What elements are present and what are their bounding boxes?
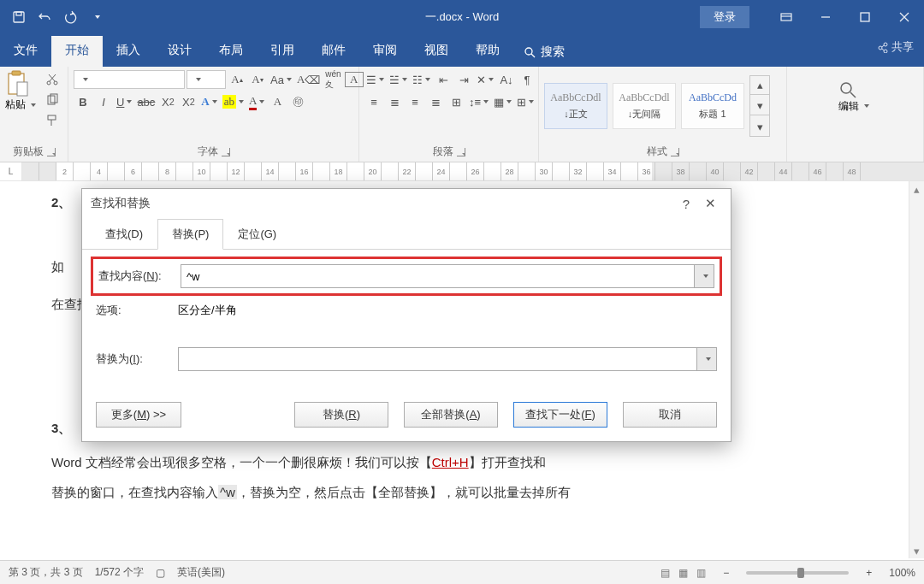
login-button[interactable]: 登录 (700, 6, 749, 28)
print-layout-icon[interactable]: ▦ (678, 567, 688, 579)
char-shading-icon[interactable]: A (268, 92, 287, 111)
spell-check-icon[interactable]: ▢ (156, 567, 165, 579)
page-indicator[interactable]: 第 3 页，共 3 页 (9, 565, 83, 580)
zoom-in-icon[interactable]: + (861, 567, 877, 579)
replace-button[interactable]: 替换(R) (294, 402, 388, 428)
read-mode-icon[interactable]: ▤ (660, 567, 670, 579)
tab-mail[interactable]: 邮件 (308, 36, 359, 67)
paste-button[interactable]: 粘贴 (5, 70, 39, 125)
web-layout-icon[interactable]: ▥ (696, 567, 706, 579)
shrink-font-icon[interactable]: A▾ (248, 70, 267, 89)
close-icon[interactable] (885, 0, 924, 34)
tab-file[interactable]: 文件 (0, 36, 51, 67)
find-what-input[interactable] (181, 264, 694, 288)
zoom-level[interactable]: 100% (889, 567, 915, 579)
distribute-icon[interactable]: ⊞ (447, 92, 465, 111)
dialog-tab-replace[interactable]: 替换(P) (157, 219, 223, 250)
borders-icon[interactable]: ⊞ (515, 92, 536, 111)
tell-me-search[interactable]: 搜索 (513, 38, 575, 67)
tab-home[interactable]: 开始 (51, 36, 103, 67)
styles-launcher-icon[interactable] (671, 148, 679, 156)
zoom-out-icon[interactable]: − (718, 567, 734, 579)
styles-scroll-up-icon[interactable]: ▴ (750, 76, 769, 95)
tab-help[interactable]: 帮助 (462, 36, 513, 67)
dialog-help-icon[interactable]: ? (674, 197, 698, 211)
text-effects-icon[interactable]: A (199, 92, 218, 111)
find-next-button[interactable]: 查找下一处(F) (513, 402, 607, 428)
justify-icon[interactable]: ≣ (426, 92, 445, 111)
tab-selector[interactable]: L (0, 162, 22, 180)
bold-icon[interactable]: B (74, 92, 92, 111)
replace-with-input[interactable] (178, 347, 696, 371)
save-icon[interactable] (9, 7, 29, 27)
multilevel-icon[interactable]: ☷ (411, 70, 432, 89)
dialog-tab-find[interactable]: 查找(D) (91, 219, 157, 250)
editing-button[interactable]: 编辑 (838, 80, 873, 135)
font-color-icon[interactable]: A (247, 92, 266, 111)
highlight-icon[interactable]: ab (221, 92, 246, 111)
dialog-close-icon[interactable]: ✕ (698, 196, 722, 211)
style-heading1[interactable]: AaBbCcDd标题 1 (681, 83, 744, 129)
numbering-icon[interactable]: ☱ (388, 70, 409, 89)
strikethrough-icon[interactable]: abc (135, 92, 157, 111)
show-marks-icon[interactable]: ¶ (518, 70, 536, 89)
ribbon-display-icon[interactable] (767, 0, 806, 34)
align-center-icon[interactable]: ≣ (385, 92, 404, 111)
clear-format-icon[interactable]: A⌫ (295, 70, 322, 89)
bullets-icon[interactable]: ☰ (364, 70, 386, 89)
tab-design[interactable]: 设计 (154, 36, 205, 67)
vertical-scrollbar[interactable]: ▴ ▾ (909, 181, 924, 558)
replace-with-dropdown-icon[interactable] (696, 347, 717, 371)
tab-layout[interactable]: 布局 (205, 36, 257, 67)
shading-icon[interactable]: ▦ (492, 92, 513, 111)
paragraph-launcher-icon[interactable] (457, 148, 465, 156)
zoom-slider[interactable] (746, 571, 849, 575)
font-name-combo[interactable] (74, 70, 185, 89)
language-indicator[interactable]: 英语(美国) (177, 565, 225, 580)
style-no-spacing[interactable]: AaBbCcDdl↓无间隔 (613, 83, 676, 129)
cut-icon[interactable] (43, 70, 62, 89)
align-left-icon[interactable]: ≡ (364, 92, 383, 111)
scroll-down-icon[interactable]: ▾ (909, 543, 924, 558)
qat-customize-icon[interactable] (86, 7, 106, 27)
font-launcher-icon[interactable] (222, 148, 230, 156)
line-spacing-icon[interactable]: ↕≡ (467, 92, 490, 111)
dialog-tab-goto[interactable]: 定位(G) (223, 219, 291, 250)
tab-view[interactable]: 视图 (411, 36, 462, 67)
increase-indent-icon[interactable]: ⇥ (454, 70, 473, 89)
more-button[interactable]: 更多(M) >> (96, 402, 181, 428)
decrease-indent-icon[interactable]: ⇤ (434, 70, 453, 89)
grow-font-icon[interactable]: A▴ (228, 70, 246, 89)
undo-icon[interactable] (34, 7, 55, 27)
sort-icon[interactable]: A↓ (497, 70, 516, 89)
find-what-dropdown-icon[interactable] (694, 264, 714, 288)
scroll-up-icon[interactable]: ▴ (909, 181, 924, 197)
maximize-icon[interactable] (845, 0, 885, 34)
subscript-icon[interactable]: X2 (158, 92, 177, 111)
align-right-icon[interactable]: ≡ (406, 92, 424, 111)
italic-icon[interactable]: I (94, 92, 113, 111)
clipboard-launcher-icon[interactable] (47, 148, 56, 156)
replace-all-button[interactable]: 全部替换(A) (404, 402, 498, 428)
minimize-icon[interactable] (806, 0, 845, 34)
asian-layout-icon[interactable]: ✕ (475, 70, 495, 89)
copy-icon[interactable] (43, 91, 62, 109)
tab-references[interactable]: 引用 (257, 36, 308, 67)
cancel-button[interactable]: 取消 (623, 402, 717, 428)
enclose-char-icon[interactable]: ㊞ (288, 92, 307, 111)
tab-review[interactable]: 审阅 (359, 36, 411, 67)
change-case-icon[interactable]: Aa (269, 70, 293, 89)
underline-icon[interactable]: U (115, 92, 133, 111)
svg-point-16 (841, 83, 851, 93)
phonetic-guide-icon[interactable]: wén夊 (323, 70, 342, 89)
tab-insert[interactable]: 插入 (103, 36, 154, 67)
font-size-combo[interactable] (187, 70, 226, 89)
share-button[interactable]: 共享 (877, 39, 914, 55)
style-normal[interactable]: AaBbCcDdl↓正文 (544, 83, 607, 129)
word-count[interactable]: 1/572 个字 (95, 565, 144, 580)
superscript-icon[interactable]: X2 (179, 92, 198, 111)
styles-scroll-down-icon[interactable]: ▾ (750, 97, 769, 115)
redo-icon[interactable] (60, 7, 80, 27)
format-painter-icon[interactable] (43, 111, 62, 130)
styles-expand-icon[interactable]: ▾ (750, 117, 769, 136)
